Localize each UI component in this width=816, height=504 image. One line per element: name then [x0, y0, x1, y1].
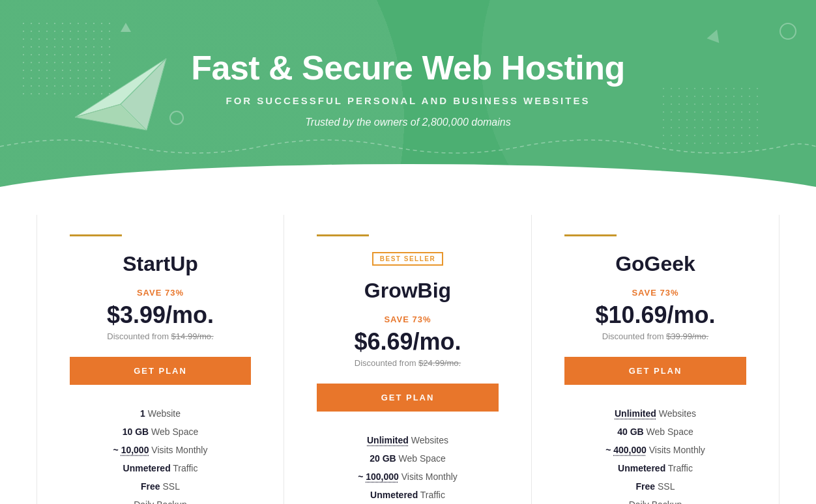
wave-decoration [0, 127, 816, 166]
feature-websites: Unlimited Websites [564, 404, 746, 423]
feature-space: 10 GB Web Space [70, 423, 251, 441]
accent-line-startup [70, 234, 122, 236]
features-list-startup: 1 Website 10 GB Web Space ~ 10,000 Visit… [70, 404, 251, 504]
price-gogeek: $10.69/mo. [595, 301, 715, 329]
get-plan-button-gogeek[interactable]: GET PLAN [564, 357, 746, 385]
plan-name-startup: StartUp [123, 252, 198, 276]
feature-websites: 1 Website [70, 404, 251, 423]
save-badge-startup: SAVE 73% [137, 288, 184, 298]
feature-visits: ~ 10,000 Visits Monthly [70, 441, 251, 459]
features-list-gogeek: Unlimited Websites 40 GB Web Space ~ 400… [564, 404, 746, 504]
hero-tagline: Trusted by the owners of 2,800,000 domai… [305, 117, 510, 128]
plan-name-growbig: GrowBig [364, 279, 451, 303]
price-growbig: $6.69/mo. [354, 328, 461, 356]
feature-traffic: Unmetered Traffic [70, 459, 251, 477]
plan-card-gogeek: GoGeek SAVE 73% $10.69/mo. Discounted fr… [532, 215, 780, 504]
feature-backup: Daily Backup [564, 496, 746, 504]
get-plan-button-startup[interactable]: GET PLAN [70, 357, 251, 385]
price-discounted-startup: Discounted from $14.99/mo. [107, 331, 213, 341]
feature-backup: Daily Backup [70, 496, 251, 504]
feature-traffic: Unmetered Traffic [317, 486, 499, 504]
plan-card-growbig: BEST SELLER GrowBig SAVE 73% $6.69/mo. D… [284, 215, 532, 504]
feature-ssl: Free SSL [70, 477, 251, 496]
plan-name-gogeek: GoGeek [615, 252, 695, 276]
feature-visits: ~ 100,000 Visits Monthly [317, 468, 499, 486]
best-seller-badge: BEST SELLER [372, 252, 443, 266]
save-badge-gogeek: SAVE 73% [632, 288, 678, 298]
accent-line-growbig [317, 234, 369, 236]
pricing-section: StartUp SAVE 73% $3.99/mo. Discounted fr… [0, 202, 816, 504]
triangle-decoration-left [121, 23, 131, 32]
hero-section: Fast & Secure Web Hosting FOR SUCCESSFUL… [0, 0, 816, 202]
feature-space: 20 GB Web Space [317, 449, 499, 468]
feature-visits: ~ 400,000 Visits Monthly [564, 441, 746, 459]
get-plan-button-growbig[interactable]: GET PLAN [317, 384, 499, 412]
hero-subtitle: FOR SUCCESSFUL PERSONAL AND BUSINESS WEB… [226, 95, 590, 106]
triangle-decoration-right [707, 27, 723, 43]
price-discounted-growbig: Discounted from $24.99/mo. [355, 358, 461, 368]
hero-title: Fast & Secure Web Hosting [191, 48, 625, 87]
features-list-growbig: Unlimited Websites 20 GB Web Space ~ 100… [317, 431, 499, 504]
feature-websites: Unlimited Websites [317, 431, 499, 449]
save-badge-growbig: SAVE 73% [384, 315, 431, 324]
price-startup: $3.99/mo. [107, 301, 214, 329]
accent-line-gogeek [564, 234, 617, 236]
price-discounted-gogeek: Discounted from $39.99/mo. [602, 331, 708, 341]
plan-card-startup: StartUp SAVE 73% $3.99/mo. Discounted fr… [36, 215, 284, 504]
circle-decoration-right [780, 23, 796, 40]
feature-ssl: Free SSL [564, 477, 746, 496]
feature-traffic: Unmetered Traffic [564, 459, 746, 477]
feature-space: 40 GB Web Space [564, 423, 746, 441]
